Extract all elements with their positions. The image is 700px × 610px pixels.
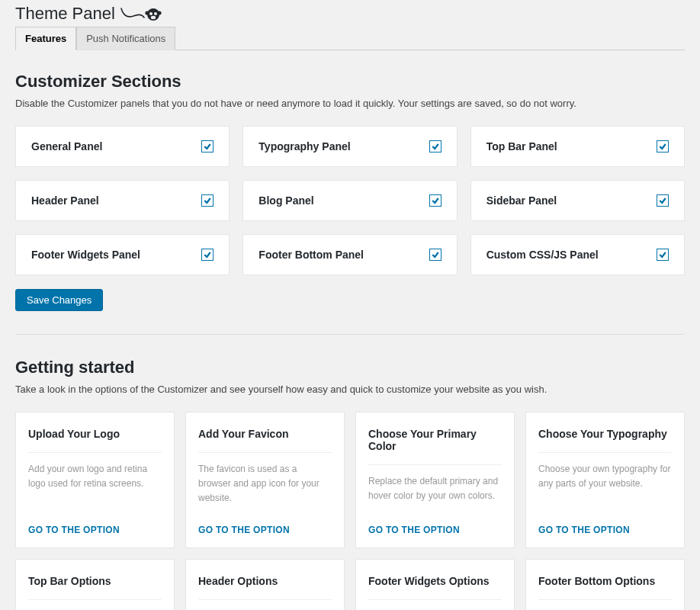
svg-point-2 — [154, 12, 157, 15]
customizer-section: Customizer Sections Disable the Customiz… — [15, 72, 685, 311]
panel-label: Header Panel — [31, 194, 99, 207]
customizer-heading: Customizer Sections — [15, 72, 685, 92]
tabs: Features Push Notifications — [15, 27, 685, 50]
card-link[interactable]: GO TO THE OPTION — [368, 525, 502, 535]
panel-label: Typography Panel — [258, 140, 350, 152]
panel-checkbox[interactable] — [201, 140, 214, 152]
card-title: Footer Bottom Options — [538, 575, 672, 587]
panel-checkbox[interactable] — [429, 249, 442, 261]
card-footer-bottom: Footer Bottom Options Add your copyright… — [525, 559, 685, 610]
panel-checkbox[interactable] — [429, 194, 442, 207]
svg-point-5 — [157, 11, 161, 14]
getting-started-description: Take a look in the options of the Custom… — [15, 384, 685, 395]
card-footer-widgets: Footer Widgets Options Choose the column… — [355, 559, 515, 610]
save-changes-button[interactable]: Save Changes — [15, 289, 103, 311]
card-title: Choose Your Typography — [538, 428, 672, 440]
svg-point-1 — [149, 12, 153, 15]
card-divider — [538, 599, 672, 600]
panel-label: Footer Bottom Panel — [258, 249, 364, 261]
card-desc: The favicon is used as a browser and app… — [198, 462, 332, 506]
card-title: Choose Your Primary Color — [368, 428, 502, 452]
page-title: Theme Panel — [15, 4, 115, 24]
card-link[interactable]: GO TO THE OPTION — [198, 525, 332, 535]
card-divider — [368, 599, 502, 600]
panel-label: Blog Panel — [258, 194, 313, 207]
card-title: Footer Widgets Options — [368, 575, 502, 587]
panel-label: General Panel — [31, 140, 102, 152]
card-upload-logo: Upload Your Logo Add your own logo and r… — [15, 412, 175, 548]
card-desc: Replace the default primary and hover co… — [368, 474, 502, 506]
panel-custom-css-js: Custom CSS/JS Panel — [470, 234, 685, 275]
panel-checkbox[interactable] — [201, 249, 214, 261]
monkey-icon — [120, 5, 165, 25]
customizer-description: Disable the Customizer panels that you d… — [15, 98, 685, 109]
getting-started-grid: Upload Your Logo Add your own logo and r… — [15, 412, 685, 610]
card-divider — [28, 599, 162, 600]
card-typography: Choose Your Typography Choose your own t… — [525, 412, 685, 548]
panel-checkbox[interactable] — [201, 194, 214, 207]
panel-checkbox[interactable] — [429, 140, 442, 152]
panel-label: Footer Widgets Panel — [31, 249, 140, 261]
getting-started-heading: Getting started — [15, 358, 685, 377]
card-top-bar: Top Bar Options Enable/Disable the top b… — [15, 559, 175, 610]
panel-checkbox[interactable] — [657, 249, 669, 261]
panel-header: Header Panel — [15, 180, 230, 221]
card-link[interactable]: GO TO THE OPTION — [28, 525, 162, 535]
card-primary-color: Choose Your Primary Color Replace the de… — [355, 412, 515, 548]
svg-point-4 — [145, 11, 149, 14]
card-title: Header Options — [198, 575, 332, 587]
tab-features[interactable]: Features — [15, 27, 76, 50]
tab-push-notifications[interactable]: Push Notifications — [76, 27, 175, 50]
card-divider — [28, 452, 162, 453]
panel-label: Top Bar Panel — [486, 140, 557, 152]
card-desc: Add your own logo and retina logo used f… — [28, 462, 162, 506]
panel-blog: Blog Panel — [242, 180, 457, 221]
panel-top-bar: Top Bar Panel — [470, 126, 685, 167]
panel-typography: Typography Panel — [242, 126, 457, 167]
card-link[interactable]: GO TO THE OPTION — [538, 525, 672, 535]
panel-checkbox[interactable] — [657, 140, 669, 152]
panel-general: General Panel — [15, 126, 230, 167]
card-title: Top Bar Options — [28, 575, 162, 587]
card-title: Add Your Favicon — [198, 428, 332, 440]
svg-point-3 — [151, 16, 156, 19]
panel-checkbox[interactable] — [657, 194, 669, 207]
card-divider — [538, 452, 672, 453]
card-desc: Choose your own typography for any parts… — [538, 462, 672, 506]
panels-grid: General Panel Typography Panel Top Bar P… — [15, 126, 685, 275]
panel-sidebar: Sidebar Panel — [470, 180, 685, 221]
panel-label: Custom CSS/JS Panel — [486, 249, 599, 261]
card-title: Upload Your Logo — [28, 428, 162, 440]
panel-footer-widgets: Footer Widgets Panel — [15, 234, 230, 275]
panel-footer-bottom: Footer Bottom Panel — [242, 234, 457, 275]
section-divider — [15, 334, 685, 335]
getting-started-section: Getting started Take a look in the optio… — [15, 358, 685, 610]
card-header: Header Options Choose the style, the hei… — [185, 559, 345, 610]
card-divider — [198, 452, 332, 453]
card-divider — [368, 464, 502, 465]
card-add-favicon: Add Your Favicon The favicon is used as … — [185, 412, 345, 548]
card-divider — [198, 599, 332, 600]
panel-label: Sidebar Panel — [486, 194, 557, 207]
